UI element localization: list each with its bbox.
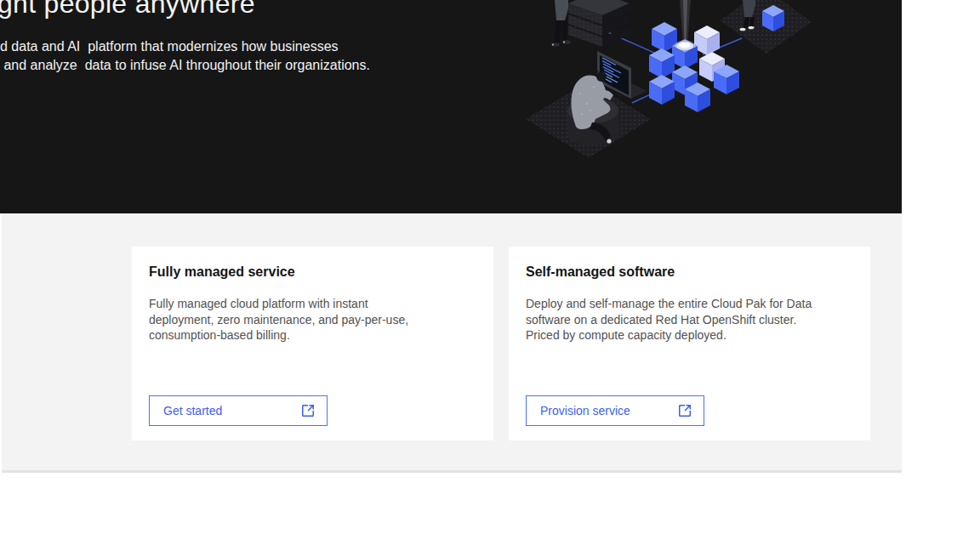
server-stack-icon (568, 0, 630, 47)
provisioning-options-panel: Fully managed service Fully managed clou… (2, 213, 902, 473)
card-description-line: Deploy and self-manage the entire Cloud … (526, 296, 812, 312)
card-description-line: deployment, zero maintenance, and pay-pe… (149, 312, 408, 328)
cube-cluster-icon (649, 22, 739, 112)
hero-illustration (519, 0, 902, 170)
hero-heading: ght people anywhere (0, 0, 255, 16)
button-label: Get started (163, 404, 222, 418)
standing-person-icon (551, 0, 571, 47)
provision-service-button[interactable]: Provision service (526, 395, 704, 426)
card-title: Fully managed service (149, 264, 295, 281)
button-label: Provision service (540, 404, 630, 418)
card-description-line: software on a dedicated Red Hat OpenShif… (526, 312, 812, 328)
card-description: Deploy and self-manage the entire Cloud … (526, 296, 812, 344)
get-started-button[interactable]: Get started (149, 395, 328, 426)
card-description-line: Fully managed cloud platform with instan… (149, 296, 408, 312)
launch-icon (301, 404, 315, 418)
hero-description-line-2: and analyze data to infuse AI throughout… (0, 56, 370, 75)
fully-managed-card: Fully managed service Fully managed clou… (132, 247, 493, 440)
satellite-dish-icon (675, 40, 695, 50)
self-managed-card: Self-managed software Deploy and self-ma… (509, 247, 870, 440)
hero-section: ght people anywhere d data and AI platfo… (0, 0, 902, 213)
page: ght people anywhere d data and AI platfo… (0, 0, 980, 551)
hero-description-line-1: d data and AI platform that modernizes h… (0, 37, 339, 56)
launch-icon (678, 404, 692, 418)
card-description: Fully managed cloud platform with instan… (149, 296, 408, 344)
card-title: Self-managed software (526, 264, 675, 281)
card-description-line: consumption-based billing. (149, 327, 408, 344)
card-description-line: Priced by compute capacity deployed. (526, 327, 812, 344)
